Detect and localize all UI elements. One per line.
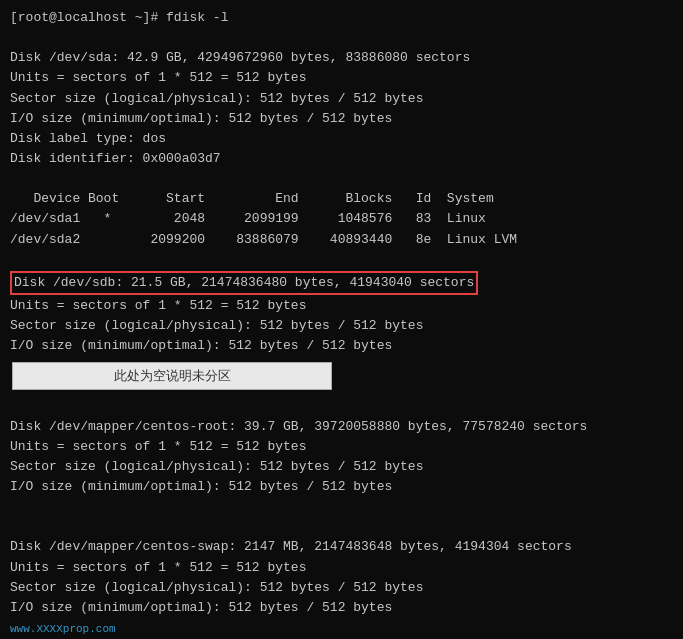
- sda-units: Units = sectors of 1 * 512 = 512 bytes: [10, 68, 673, 88]
- sdb-io-size: I/O size (minimum/optimal): 512 bytes / …: [10, 336, 673, 356]
- annotation-text: 此处为空说明未分区: [12, 362, 332, 390]
- sdb-highlight-box: Disk /dev/sdb: 21.5 GB, 21474836480 byte…: [10, 271, 478, 295]
- mapper-root-sector: Sector size (logical/physical): 512 byte…: [10, 457, 673, 477]
- sda-sector-size: Sector size (logical/physical): 512 byte…: [10, 89, 673, 109]
- mapper-swap-io: I/O size (minimum/optimal): 512 bytes / …: [10, 598, 673, 618]
- prompt-fdisk: [root@localhost ~]# fdisk -l: [10, 8, 673, 28]
- mapper-swap-sector: Sector size (logical/physical): 512 byte…: [10, 578, 673, 598]
- sdb-header: Disk /dev/sdb: 21.5 GB, 21474836480 byte…: [12, 273, 476, 293]
- mapper-root-header: Disk /dev/mapper/centos-root: 39.7 GB, 3…: [10, 417, 673, 437]
- mapper-root-units: Units = sectors of 1 * 512 = 512 bytes: [10, 437, 673, 457]
- table-header: Device Boot Start End Blocks Id System: [10, 189, 673, 209]
- sda-id: Disk identifier: 0x000a03d7: [10, 149, 673, 169]
- watermark: www.XXXXprop.com: [10, 623, 116, 635]
- mapper-swap-header: Disk /dev/mapper/centos-swap: 2147 MB, 2…: [10, 537, 673, 557]
- sda-label: Disk label type: dos: [10, 129, 673, 149]
- sdb-sector-size: Sector size (logical/physical): 512 byte…: [10, 316, 673, 336]
- sda-header: Disk /dev/sda: 42.9 GB, 42949672960 byte…: [10, 48, 673, 68]
- sda2-row: /dev/sda2 2099200 83886079 40893440 8e L…: [10, 230, 673, 250]
- sda1-row: /dev/sda1 * 2048 2099199 1048576 83 Linu…: [10, 209, 673, 229]
- annotation-container: 此处为空说明未分区: [12, 360, 673, 392]
- mapper-swap-units: Units = sectors of 1 * 512 = 512 bytes: [10, 558, 673, 578]
- sda-io-size: I/O size (minimum/optimal): 512 bytes / …: [10, 109, 673, 129]
- sdb-units: Units = sectors of 1 * 512 = 512 bytes: [10, 296, 673, 316]
- terminal: [root@localhost ~]# fdisk -l Disk /dev/s…: [0, 0, 683, 639]
- mapper-root-io: I/O size (minimum/optimal): 512 bytes / …: [10, 477, 673, 497]
